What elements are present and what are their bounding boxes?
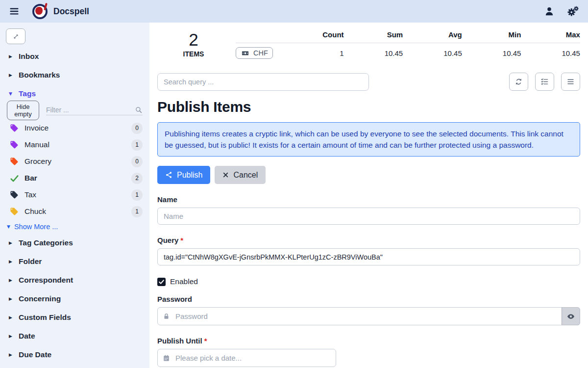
stats-value-min: 10.45: [462, 49, 521, 57]
sidebar-item-due-date[interactable]: ▶Due Date: [0, 345, 149, 364]
bars-icon: [566, 78, 575, 86]
hamburger-icon: [9, 6, 20, 17]
sidebar-item-bookmarks[interactable]: ▶Bookmarks: [0, 66, 149, 84]
tag-name: Chuck: [24, 207, 131, 216]
tag-item-invoice[interactable]: Invoice0: [0, 120, 149, 136]
user-account-button[interactable]: [541, 3, 558, 20]
required-asterisk: *: [204, 337, 207, 345]
password-input[interactable]: [157, 307, 580, 325]
items-label: ITEMS: [157, 50, 230, 58]
stats-column-max: Max: [521, 30, 580, 39]
tag-item-manual[interactable]: Manual1: [0, 136, 149, 153]
tag-count-badge: 2: [131, 173, 143, 184]
chevron-down-icon: ▼: [9, 91, 19, 96]
top-navbar: Docspell: [0, 0, 588, 23]
refresh-icon: [514, 78, 523, 86]
gears-icon: [567, 6, 579, 17]
tag-icon: [10, 190, 24, 199]
enabled-label: Enabled: [170, 277, 198, 286]
tag-name: Manual: [24, 140, 131, 149]
enabled-checkbox-row[interactable]: Enabled: [157, 277, 580, 286]
tag-count-badge: 1: [131, 189, 143, 201]
calendar-icon: [163, 354, 170, 362]
docspell-logo-icon[interactable]: [32, 4, 48, 19]
money-bill-icon: [241, 50, 250, 57]
currency-badge: CHF: [236, 47, 273, 59]
stats-column-avg: Avg: [403, 30, 462, 39]
tag-item-tax[interactable]: Tax1: [0, 186, 149, 203]
hide-empty-button[interactable]: Hide empty: [7, 101, 39, 120]
password-label: Password: [157, 295, 580, 303]
chevron-right-icon: ▶: [9, 334, 19, 339]
enabled-checkbox[interactable]: [157, 278, 166, 286]
sidebar-top-sections: ▶Inbox▶Bookmarks: [0, 47, 149, 84]
chevron-right-icon: ▶: [9, 73, 19, 78]
name-field-group: Name: [157, 195, 580, 225]
tag-item-chuck[interactable]: Chuck1: [0, 203, 149, 220]
publish-button[interactable]: Publish: [157, 166, 210, 184]
tag-icon: [10, 124, 24, 132]
collapse-sidebar-button[interactable]: [6, 28, 25, 44]
name-input[interactable]: [157, 208, 580, 225]
menu-toggle-button[interactable]: [7, 4, 22, 19]
search-icon: [135, 106, 143, 114]
search-query-input[interactable]: [157, 73, 369, 91]
tag-count-badge: 1: [131, 206, 143, 217]
chevron-right-icon: ▶: [9, 352, 19, 357]
password-field-group: Password: [157, 295, 580, 325]
sidebar-item-source[interactable]: ▶Source: [0, 364, 149, 368]
sidebar-item-concerning[interactable]: ▶Concerning: [0, 289, 149, 308]
tag-item-bar[interactable]: Bar2: [0, 170, 149, 186]
tag-count-badge: 0: [131, 123, 143, 134]
eye-icon: [566, 312, 575, 321]
chevron-down-icon: ▼: [7, 224, 10, 229]
app-title: Docspell: [53, 6, 89, 17]
cancel-button[interactable]: Cancel: [215, 166, 266, 184]
show-more-link[interactable]: ▼ Show More ...: [0, 220, 149, 234]
name-label: Name: [157, 195, 580, 204]
stats-value-sum: 10.45: [344, 49, 403, 57]
required-asterisk: *: [180, 236, 183, 244]
search-toolbar: [157, 73, 580, 91]
refresh-button[interactable]: [509, 73, 528, 91]
docspell-app: Docspell: [0, 0, 588, 368]
tag-filter-input[interactable]: [46, 106, 135, 114]
sidebar-item-inbox[interactable]: ▶Inbox: [0, 47, 149, 66]
query-label: Query*: [157, 236, 580, 244]
sidebar-bottom-sections: ▶Tag Categories▶Folder▶Correspondent▶Con…: [0, 234, 149, 368]
tag-name: Bar: [24, 174, 131, 183]
settings-button[interactable]: [564, 3, 581, 20]
stats-value-max: 10.45: [521, 49, 580, 57]
search-stats: 2 ITEMS CountSumAvgMinMax CHF: [157, 29, 580, 63]
toggle-password-visibility-button[interactable]: [562, 307, 580, 325]
stats-column-count: Count: [285, 30, 344, 39]
chevron-right-icon: ▶: [9, 278, 19, 283]
chevron-right-icon: ▶: [9, 259, 19, 264]
chevron-right-icon: ▶: [9, 315, 19, 320]
lock-icon: [163, 313, 170, 320]
menu-button[interactable]: [561, 73, 580, 91]
close-icon: [222, 172, 229, 178]
publish-until-date-input[interactable]: [157, 349, 336, 367]
tag-list: Invoice0Manual1Grocery0Bar2Tax1Chuck1: [0, 120, 149, 220]
stats-column-min: Min: [462, 30, 521, 39]
tag-item-grocery[interactable]: Grocery0: [0, 153, 149, 170]
publish-info-message: Publishing items creates a cryptic link,…: [157, 122, 580, 157]
sidebar-item-correspondent[interactable]: ▶Correspondent: [0, 271, 149, 289]
main-content: 2 ITEMS CountSumAvgMinMax CHF: [149, 23, 588, 368]
sidebar-item-custom-fields[interactable]: ▶Custom Fields: [0, 308, 149, 327]
sidebar-item-tag-categories[interactable]: ▶Tag Categories: [0, 234, 149, 252]
sidebar-item-date[interactable]: ▶Date: [0, 327, 149, 345]
list-check-icon: [540, 78, 549, 86]
sidebar-item-folder[interactable]: ▶Folder: [0, 252, 149, 271]
tag-icon: [10, 207, 24, 216]
stats-table: CountSumAvgMinMax CHF 110.4510.4510.4510…: [236, 29, 580, 63]
chevron-right-icon: ▶: [9, 296, 19, 301]
item-count: 2: [157, 30, 230, 49]
query-input[interactable]: [157, 248, 580, 265]
select-mode-button[interactable]: [535, 73, 554, 91]
tag-name: Invoice: [24, 124, 131, 132]
stats-value-avg: 10.45: [403, 49, 462, 57]
check-icon: [158, 279, 165, 285]
chevron-right-icon: ▶: [9, 54, 19, 59]
